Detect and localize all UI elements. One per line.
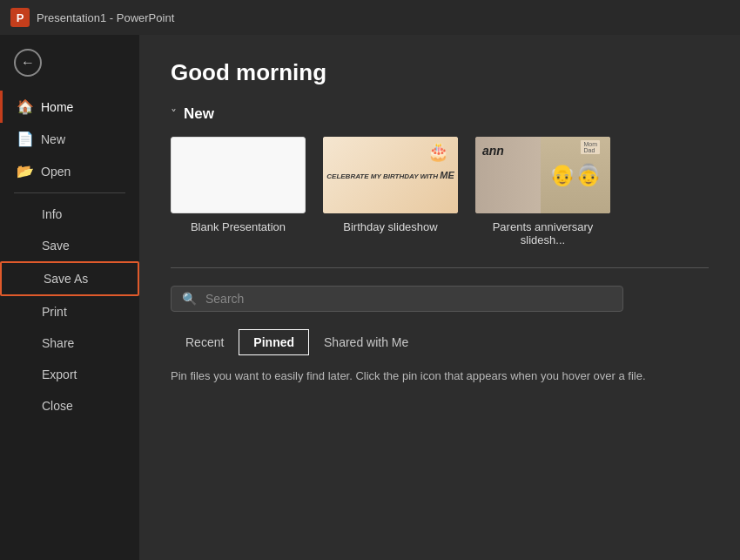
blank-label: Blank Presentation [191,220,286,233]
app-title: Presentation1 - PowerPoint [37,11,174,24]
tabs-row: Recent Pinned Shared with Me [171,329,709,355]
anniversary-inner: ann 👴👵 MomDad [475,137,610,213]
save-as-label: Save As [44,272,88,286]
section-divider [171,267,709,268]
export-label: Export [42,368,77,381]
content-area: Good morning ˅ New Blank Presentation 🎂 … [139,35,740,560]
open-icon: 📂 [17,163,32,179]
new-section-title: New [184,105,214,123]
share-label: Share [42,336,74,350]
new-section-header: ˅ New [171,105,709,123]
main-layout: ← 🏠 Home 📄 New 📂 Open Info Save Save As … [0,35,740,560]
tab-pinned[interactable]: Pinned [239,329,309,355]
sidebar-item-new[interactable]: 📄 New [0,123,139,155]
templates-row: Blank Presentation 🎂 CELEBRATE MY BIRTHD… [171,137,709,246]
sidebar-divider [14,192,125,193]
back-button[interactable]: ← [14,49,42,77]
home-icon: 🏠 [17,98,32,115]
anniversary-text: ann [482,144,504,158]
sidebar-item-export[interactable]: Export [0,359,139,390]
anniversary-photo: 👴👵 [541,137,610,213]
sidebar: ← 🏠 Home 📄 New 📂 Open Info Save Save As … [0,35,139,560]
greeting-text: Good morning [171,59,709,86]
info-label: Info [42,207,62,221]
sidebar-item-save-as[interactable]: Save As [0,261,139,296]
tab-recent[interactable]: Recent [171,329,239,355]
sidebar-item-home-label: Home [41,100,73,114]
sidebar-item-save[interactable]: Save [0,230,139,261]
chevron-icon[interactable]: ˅ [171,107,177,121]
birthday-thumb: 🎂 CELEBRATE MY BIRTHDAY WITH ME [323,137,458,213]
search-icon: 🔍 [182,292,197,306]
print-label: Print [42,305,67,319]
search-input[interactable] [205,292,612,306]
sidebar-item-print[interactable]: Print [0,296,139,327]
save-label: Save [42,239,70,253]
birthday-decoration: 🎂 [427,141,449,162]
sidebar-item-home[interactable]: 🏠 Home [0,91,139,123]
template-anniversary[interactable]: ann 👴👵 MomDad Parents anniversary slides… [475,137,610,246]
birthday-inner: 🎂 CELEBRATE MY BIRTHDAY WITH ME [323,137,458,213]
sidebar-item-open-label: Open [41,165,71,179]
anniversary-label-top: MomDad [581,140,600,154]
tab-shared[interactable]: Shared with Me [309,329,423,355]
sidebar-item-open[interactable]: 📂 Open [0,155,139,187]
sidebar-item-info[interactable]: Info [0,199,139,230]
template-birthday[interactable]: 🎂 CELEBRATE MY BIRTHDAY WITH ME Birthday… [323,137,458,246]
new-icon: 📄 [17,131,32,147]
blank-thumb [171,137,306,213]
search-box: 🔍 [171,286,623,312]
template-blank[interactable]: Blank Presentation [171,137,306,246]
anniversary-thumb: ann 👴👵 MomDad [475,137,610,213]
birthday-label: Birthday slideshow [343,220,437,233]
close-label: Close [42,399,73,413]
sidebar-item-close[interactable]: Close [0,390,139,422]
anniversary-label: Parents anniversary slidesh... [475,220,610,246]
back-icon: ← [21,55,35,71]
title-bar: P Presentation1 - PowerPoint [0,0,740,35]
sidebar-item-new-label: New [41,132,65,146]
pinned-message: Pin files you want to easily find later.… [171,369,709,382]
sidebar-item-share[interactable]: Share [0,327,139,359]
back-button-container: ← [0,42,139,84]
app-icon: P [10,8,30,27]
